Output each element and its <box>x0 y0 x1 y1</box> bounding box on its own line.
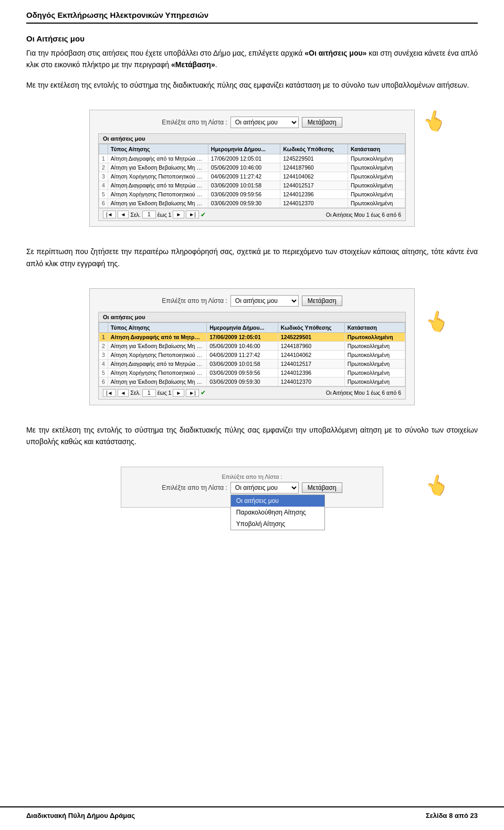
intro-paragraph-1: Για την πρόσβαση στις αιτήσεις που έχετε… <box>26 47 478 71</box>
row-date: 03/06/2009 10:01:58 <box>208 181 280 190</box>
dropdown-container-3: Οι αιτήσεις μου Οι αιτήσεις μου Παρακολο… <box>230 482 299 493</box>
portal-select-bar-2: Επιλέξτε απο τη Λίστα : Οι αιτήσεις μου … <box>98 295 406 307</box>
row-status: Πρωτοκολλημένη <box>348 163 405 172</box>
row-code: 1244187960 <box>280 163 348 172</box>
row-type: Αίτηση Χορήγησης Πιστοποιητικού Οικογ... <box>108 190 208 199</box>
first-page-btn-1[interactable]: |◄ <box>103 211 116 218</box>
row-date: 03/06/2009 10:01:58 <box>207 359 278 368</box>
portal-select-bar-3: Επιλέξτε απο τη Λίστα : Οι αιτήσεις μου … <box>130 482 374 493</box>
menu-item-submit[interactable]: Υποβολή Αίτησης <box>231 518 324 530</box>
col-date-1: Ημερομηνία Δήμου... <box>208 144 280 154</box>
pagination-controls-1: |◄ ◄ Σελ. έως 1 ► ►| ✔ <box>103 211 206 218</box>
row-status: Πρωτοκολλημένη <box>344 377 405 386</box>
row-num: 5 <box>99 368 108 377</box>
page-header: Οδηγός Εκπλήρωσης Ηλεκτρονικών Υπηρεσιών <box>26 10 478 24</box>
portal-dropdown-1[interactable]: Οι αιτήσεις μου <box>230 117 299 128</box>
row-status: Πρωτοκολλημένη <box>344 341 405 350</box>
hand-cursor-icon-1: 👆 <box>420 107 448 134</box>
row-date: 04/06/2009 11:27:42 <box>207 350 278 359</box>
row-date: 17/06/2009 12:05:01 <box>207 332 278 341</box>
metavasi-button-2[interactable]: Μετάβαση <box>302 296 342 306</box>
row-type: Αίτηση Διαγραφής από τα Μητρώα Αρρέν... <box>108 359 206 368</box>
table-row[interactable]: 5 Αίτηση Χορήγησης Πιστοποιητικού Οικογ.… <box>99 190 405 199</box>
row-code: 1244012517 <box>278 359 344 368</box>
col-status-2: Κατάσταση <box>344 322 405 332</box>
row-num: 6 <box>99 377 108 386</box>
prev-page-btn-1[interactable]: ◄ <box>118 211 129 218</box>
row-code: 1245229501 <box>280 154 348 163</box>
row-status: Πρωτοκολλημένη <box>344 359 405 368</box>
row-date: 03/06/2009 09:59:30 <box>207 377 278 386</box>
row-type: Αίτηση Διαγραφής από τα Μητρώα Αρρέν... <box>108 154 208 163</box>
row-status: Πρωτοκολλημένη <box>348 172 405 181</box>
col-code-1: Κωδικός Υπόθεσης <box>280 144 348 154</box>
next-page-btn-2[interactable]: ► <box>173 389 184 397</box>
table-row[interactable]: 4 Αίτηση Διαγραφής από τα Μητρώα Αρρέν..… <box>99 359 405 368</box>
table-row[interactable]: 3 Αίτηση Χορήγησης Πιστοποιητικού Εγγυτέ… <box>99 350 405 359</box>
metavasi-button-1[interactable]: Μετάβαση <box>302 117 342 128</box>
row-num: 5 <box>99 190 108 199</box>
pagination-controls-2: |◄ ◄ Σελ. έως 1 ► ►| ✔ <box>103 389 206 397</box>
last-page-btn-1[interactable]: ►| <box>186 211 199 218</box>
select-label-1: Επιλέξτε απο τη Λίστα : <box>162 119 227 126</box>
page-input-1[interactable] <box>142 211 156 218</box>
row-date: 05/06/2009 10:46:00 <box>207 341 278 350</box>
row-num: 2 <box>99 163 108 172</box>
row-status: Πρωτοκολλημένη <box>344 332 405 341</box>
pagination-1: |◄ ◄ Σελ. έως 1 ► ►| ✔ Οι Αιτήσεις Μου 1… <box>99 208 405 220</box>
table-row[interactable]: 4 Αίτηση Διαγραφής από τα Μητρώα Αρρέν..… <box>99 181 405 190</box>
row-code: 1244012396 <box>278 368 344 377</box>
page-label-2: Σελ. <box>130 390 140 396</box>
table-row[interactable]: 1 Αίτηση Διαγραφής από τα Μητρώα Αρρέν..… <box>99 154 405 163</box>
portal-dropdown-3[interactable]: Οι αιτήσεις μου <box>230 482 299 493</box>
menu-item-my-requests[interactable]: Οι αιτήσεις μου <box>231 495 324 507</box>
row-num: 3 <box>99 172 108 181</box>
row-type: Αίτηση Διαγραφής από τα Μητρώα Αρρέν... <box>108 332 206 341</box>
first-page-btn-2[interactable]: |◄ <box>103 389 116 397</box>
menu-item-track[interactable]: Παρακολούθηση Αίτησης <box>231 507 324 518</box>
row-date: 03/06/2009 09:59:56 <box>208 190 280 199</box>
select-label-3: Επιλέξτε απο τη Λίστα : <box>162 484 227 491</box>
col-num-1 <box>99 144 108 154</box>
page-input-2[interactable] <box>142 389 156 397</box>
row-code: 1244012396 <box>280 190 348 199</box>
pagination-2: |◄ ◄ Σελ. έως 1 ► ►| ✔ Οι Αιτήσεις Μου 1… <box>99 386 405 399</box>
row-num: 1 <box>99 332 108 341</box>
row-code: 1244104062 <box>278 350 344 359</box>
table-section-label-1: Οι αιτήσεις μου <box>99 134 405 144</box>
confirm-icon-2: ✔ <box>201 389 206 396</box>
row-date: 03/06/2009 09:59:56 <box>207 368 278 377</box>
footer-right: Σελίδα 8 από 23 <box>426 812 478 820</box>
row-type: Αίτηση Χορήγησης Πιστοποιητικού Εγγυτέ..… <box>108 172 208 181</box>
outer-label-3: Επιλύξτε απο τη Λίστα : <box>130 474 374 480</box>
next-page-btn-1[interactable]: ► <box>173 211 184 218</box>
row-date: 05/06/2009 10:46:00 <box>208 163 280 172</box>
portal-dropdown-2[interactable]: Οι αιτήσεις μου <box>230 295 299 307</box>
row-code: 1244012370 <box>278 377 344 386</box>
row-status: Πρωτοκολλημένη <box>348 181 405 190</box>
col-code-2: Κωδικός Υπόθεσης <box>278 322 344 332</box>
row-status: Πρωτοκολλημένη <box>344 368 405 377</box>
portal-table-1: Οι αιτήσεις μου Τύπος Αίτησης Ημερομηνία… <box>98 133 406 221</box>
page-label-1: Σελ. <box>130 212 140 218</box>
table-row[interactable]: 2 Αίτηση για Έκδοση Βεβαίωσης Μη Οφειλής… <box>99 341 405 350</box>
confirm-icon-1: ✔ <box>201 211 206 218</box>
table-row[interactable]: 6 Αίτηση για Έκδοση Βεβαίωσης Μη Οφειλής… <box>99 377 405 386</box>
table-row[interactable]: 3 Αίτηση Χορήγησης Πιστοποιητικού Εγγυτέ… <box>99 172 405 181</box>
prev-page-btn-2[interactable]: ◄ <box>118 389 129 397</box>
row-num: 4 <box>99 359 108 368</box>
table-row[interactable]: 2 Αίτηση για Έκδοση Βεβαίωσης Μη Οφειλής… <box>99 163 405 172</box>
intro-paragraph-2: Με την εκτέλεση της εντολής το σύστημα τ… <box>26 79 478 91</box>
table-row[interactable]: 6 Αίτηση για Έκδοση Βεβαίωσης Μη Οφειλής… <box>99 199 405 208</box>
table-row[interactable]: 5 Αίτηση Χορήγησης Πιστοποιητικού Οικογ.… <box>99 368 405 377</box>
header-title: Οδηγός Εκπλήρωσης Ηλεκτρονικών Υπηρεσιών <box>26 10 208 19</box>
col-type-1: Τύπος Αίτησης <box>108 144 208 154</box>
table-row[interactable]: 1 Αίτηση Διαγραφής από τα Μητρώα Αρρέν..… <box>99 332 405 341</box>
select-label-2: Επιλέξτε απο τη Λίστα : <box>162 297 227 304</box>
metavasi-button-3[interactable]: Μετάβαση <box>302 482 342 493</box>
page-to-2: έως 1 <box>158 390 172 396</box>
screenshot-2: Επιλέξτε απο τη Λίστα : Οι αιτήσεις μου … <box>26 279 478 415</box>
last-page-btn-2[interactable]: ►| <box>186 389 199 397</box>
paragraph-3: Σε περίπτωση που ζητήσετε την περαιτέρω … <box>26 246 478 269</box>
dropdown-menu-open: Οι αιτήσεις μου Παρακολούθηση Αίτησης Υπ… <box>230 495 325 530</box>
